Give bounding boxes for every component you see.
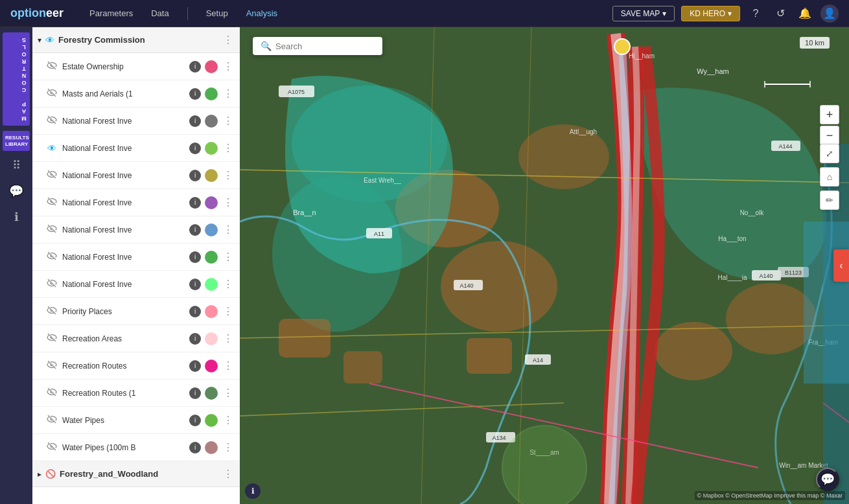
layer-visibility-toggle[interactable] [45,223,58,236]
group-title: Forestry Commission [58,35,218,45]
layer-kebab-menu[interactable]: ⋮ [222,223,235,236]
layer-kebab-menu[interactable]: ⋮ [222,87,235,100]
layer-kebab-menu[interactable]: ⋮ [222,115,235,127]
layer-info-button[interactable]: i [189,387,201,399]
collapse-panel-button[interactable]: ‹ [833,249,849,282]
layer-info-button[interactable]: i [189,279,201,290]
layer-group-forestry-commission[interactable]: ▾ 👁 Forestry Commission ⋮ [32,27,240,53]
results-library-button[interactable]: RESULTS LIBRARY [3,131,30,151]
info-strip-icon-button[interactable]: ℹ [5,205,28,229]
edit-button[interactable]: ✏ [820,190,839,210]
svg-rect-6 [279,319,331,358]
layer-info-button[interactable]: i [189,224,201,236]
zoom-out-button[interactable]: − [820,126,839,145]
layer-item: National Forest Invei⋮ [32,108,240,135]
layer-visibility-toggle[interactable] [45,414,58,426]
layer-color-swatch[interactable] [205,305,218,318]
nav-setup[interactable]: Setup [206,8,228,18]
layer-visibility-toggle[interactable]: 👁 [45,143,58,154]
layer-color-swatch[interactable] [205,441,218,454]
layer-visibility-toggle[interactable] [45,305,58,317]
layer-info-button[interactable]: i [189,442,201,453]
layer-info-button[interactable]: i [189,88,201,100]
layer-visibility-toggle[interactable] [45,360,58,372]
grid-icon-button[interactable]: ⠿ [5,154,28,177]
nav-data[interactable]: Data [151,8,169,18]
layer-info-button[interactable]: i [189,360,201,372]
layer-kebab-menu[interactable]: ⋮ [222,169,235,181]
layer-info-button[interactable]: i [189,251,201,263]
svg-text:A14: A14 [533,357,543,363]
layer-info-button[interactable]: i [189,61,201,73]
kd-hero-button[interactable]: KD HERO ▾ [681,6,740,21]
svg-text:Hi__ham: Hi__ham [629,52,655,60]
layer-color-swatch[interactable] [205,60,218,73]
layer-info-button[interactable]: i [189,170,201,181]
svg-text:A11: A11 [374,231,384,237]
nav-parameters[interactable]: Parameters [89,8,133,18]
layer-visibility-toggle[interactable] [45,169,58,181]
group-kebab-menu[interactable]: ⋮ [222,34,235,46]
layer-item: 👁National Forest Invei⋮ [32,135,240,162]
layer-color-swatch[interactable] [205,278,218,291]
layer-info-button[interactable]: i [189,415,201,426]
layer-kebab-menu[interactable]: ⋮ [222,60,235,73]
layer-visibility-toggle[interactable] [45,251,58,263]
zoom-in-button[interactable]: + [820,105,839,124]
home-button[interactable]: ⌂ [820,167,839,187]
layer-visibility-toggle[interactable] [45,87,58,100]
chat-strip-icon-button[interactable]: 💬 [5,179,28,203]
bottom-info-button[interactable]: ℹ [245,483,261,499]
layer-color-swatch[interactable] [205,387,218,400]
layer-kebab-menu[interactable]: ⋮ [222,332,235,345]
layer-visibility-toggle[interactable] [45,387,58,399]
layer-color-swatch[interactable] [205,223,218,236]
topnav: optioneer Parameters Data Setup Analysis… [0,0,849,27]
fullscreen-button[interactable]: ⤢ [820,144,839,163]
layer-item: Masts and Aerials (1i⋮ [32,80,240,108]
layer-group-forestry-woodland[interactable]: ▸ 🚫 Forestry_and_Woodland ⋮ [32,461,240,487]
layer-color-swatch[interactable] [205,332,218,345]
layer-color-swatch[interactable] [205,115,218,128]
map-attribution: © Mapbox © OpenStreetMap Improve this ma… [695,491,845,500]
user-icon-button[interactable]: 👤 [820,5,839,23]
layer-kebab-menu[interactable]: ⋮ [222,196,235,209]
help-icon-button[interactable]: ? [747,5,765,23]
layer-color-swatch[interactable] [205,87,218,100]
layer-info-button[interactable]: i [189,197,201,209]
layer-info-button[interactable]: i [189,115,201,127]
group2-kebab-menu[interactable]: ⋮ [222,468,235,480]
refresh-icon-button[interactable]: ↺ [771,5,789,23]
map-controls-button[interactable]: MAP CONTROLS [3,32,30,126]
layer-visibility-toggle[interactable] [45,60,58,73]
layer-visibility-toggle[interactable] [45,332,58,345]
layer-info-button[interactable]: i [189,333,201,345]
layer-kebab-menu[interactable]: ⋮ [222,142,235,154]
layer-kebab-menu[interactable]: ⋮ [222,278,235,290]
svg-point-9 [655,322,732,380]
layer-visibility-toggle[interactable] [45,441,58,453]
layer-color-swatch[interactable] [205,414,218,427]
map-right-controls: ⤢ ⌂ ✏ [820,144,839,210]
layer-color-swatch[interactable] [205,142,218,155]
nav-analysis[interactable]: Analysis [246,8,277,18]
layer-kebab-menu[interactable]: ⋮ [222,360,235,372]
layer-info-button[interactable]: i [189,143,201,154]
layer-kebab-menu[interactable]: ⋮ [222,387,235,399]
layer-visibility-toggle[interactable] [45,115,58,127]
layer-kebab-menu[interactable]: ⋮ [222,414,235,426]
layer-color-swatch[interactable] [205,196,218,209]
save-map-button[interactable]: SAVE MAP ▾ [612,6,675,21]
chat-button[interactable]: 💬 [816,468,839,491]
layer-color-swatch[interactable] [205,169,218,182]
layer-visibility-toggle[interactable] [45,278,58,290]
layer-color-swatch[interactable] [205,360,218,372]
layer-kebab-menu[interactable]: ⋮ [222,305,235,317]
alert-icon-button[interactable]: 🔔 [796,5,814,23]
layer-kebab-menu[interactable]: ⋮ [222,441,235,453]
layer-visibility-toggle[interactable] [45,196,58,209]
layer-info-button[interactable]: i [189,306,201,317]
layer-kebab-menu[interactable]: ⋮ [222,251,235,263]
layer-color-swatch[interactable] [205,251,218,264]
search-input[interactable] [275,41,375,51]
